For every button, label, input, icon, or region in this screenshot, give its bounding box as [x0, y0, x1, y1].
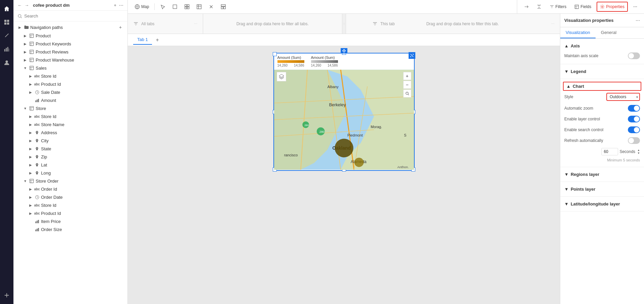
toolbar-delete-btn[interactable]: [206, 2, 217, 12]
sidebar-item-product-warehouse[interactable]: ▶ Product Warehouse: [19, 56, 127, 64]
resize-handle-topleft[interactable]: [273, 52, 277, 56]
all-tabs-filter[interactable]: All tabs ⋯: [128, 14, 203, 34]
toolbar-tile-btn[interactable]: [182, 2, 192, 12]
nav-home[interactable]: [1, 3, 13, 15]
this-tab-filter[interactable]: This tab: [346, 14, 421, 34]
expand-btn[interactable]: [534, 2, 544, 12]
props-regions-header[interactable]: ▼ Regions layer: [560, 170, 644, 179]
sidebar-back-btn[interactable]: ←: [17, 3, 22, 8]
toolbar-select-btn[interactable]: [157, 2, 168, 12]
sidebar-more-btn[interactable]: ⋯: [119, 3, 123, 8]
layer-control-toggle[interactable]: [628, 116, 640, 122]
sidebar-item-product[interactable]: ▶ Product: [19, 32, 127, 40]
chevron-icon: ▶: [28, 187, 33, 191]
props-points-header[interactable]: ▼ Points layer: [560, 185, 644, 194]
sidebar-item-order-size[interactable]: Order Size: [24, 225, 127, 233]
search-btn[interactable]: [403, 89, 411, 98]
sidebar-item-item-price[interactable]: Item Price: [24, 217, 127, 225]
props-search-control-row: Enable search control: [560, 124, 644, 135]
nav-add[interactable]: [1, 289, 13, 301]
props-section-axis: ▲ Axis Maintain axis scale: [560, 39, 644, 64]
sidebar-item-so-store-id[interactable]: ▶ abc Store Id: [24, 201, 127, 209]
tab-1[interactable]: Tab 1: [133, 35, 152, 45]
axis-scale-toggle[interactable]: [628, 52, 640, 59]
fields-btn[interactable]: Fields: [572, 2, 594, 12]
all-tabs-drop-zone[interactable]: Drag and drop data here to filter all ta…: [203, 14, 342, 34]
props-legend-header[interactable]: ▼ Legend: [560, 67, 644, 76]
svg-rect-52: [224, 7, 226, 9]
sidebar-item-lat[interactable]: ▶ Lat: [24, 161, 127, 169]
tab-visualization[interactable]: Visualization: [560, 27, 596, 38]
legend-orange: Amount (Sum) 14,260 14,586: [277, 55, 304, 67]
nav-grid[interactable]: [1, 16, 13, 28]
sidebar-item-order-date[interactable]: ▶ Order Date: [24, 193, 127, 201]
seconds-up-btn[interactable]: ▲: [637, 149, 640, 152]
sidebar-item-product-keywords[interactable]: ▶ Product Keywords: [19, 40, 127, 48]
chevron-icon: ▶: [23, 49, 28, 54]
sidebar-item-store-id[interactable]: ▶ abc Store Id: [24, 72, 127, 80]
refresh-toggle[interactable]: [628, 137, 640, 144]
sidebar-item-city[interactable]: ▶ City: [24, 137, 127, 145]
map-widget[interactable]: Amount (Sum) 14,260 14,586 Amount (Sum): [273, 53, 415, 171]
sidebar-item-sales[interactable]: ▼ Sales: [19, 64, 127, 72]
sidebar-item-amount[interactable]: Amount: [24, 96, 127, 104]
sidebar-item-state[interactable]: ▶ State: [24, 145, 127, 153]
resize-handle-topright[interactable]: [409, 52, 415, 59]
sidebar-item-long[interactable]: ▶ Long: [24, 169, 127, 177]
props-axis-header[interactable]: ▲ Axis: [560, 41, 644, 50]
filter-handle[interactable]: ⋮: [342, 14, 346, 34]
toolbar-layout-btn[interactable]: [218, 2, 229, 12]
sidebar-item-so-product-id[interactable]: ▶ abc Product Id: [24, 209, 127, 217]
zoom-out-btn[interactable]: [521, 2, 531, 12]
props-more-btn[interactable]: ⋯: [636, 18, 640, 23]
sidebar-item-product-reviews[interactable]: ▶ Product Reviews: [19, 48, 127, 56]
legend-section-label: Legend: [571, 69, 586, 74]
props-latlng-header[interactable]: ▼ Latitude/longitude layer: [560, 199, 644, 208]
sidebar-item-address[interactable]: ▶ Address: [24, 128, 127, 137]
nav-edit[interactable]: [1, 30, 13, 42]
search-input[interactable]: [24, 13, 123, 18]
sidebar-item-store-store-id[interactable]: ▶ abc Store Id: [24, 112, 127, 120]
sidebar-item-zip[interactable]: ▶ Zip: [24, 153, 127, 161]
search-control-toggle[interactable]: [628, 126, 640, 133]
more-options-btn[interactable]: ⋯: [631, 2, 640, 12]
nav-user[interactable]: [1, 56, 13, 69]
sidebar-item-store-name[interactable]: ▶ abc Store Name: [24, 120, 127, 128]
sidebar-item-sale-date[interactable]: ▶ Sale Date: [24, 88, 127, 96]
toolbar-resize-btn[interactable]: [194, 2, 204, 12]
seconds-input[interactable]: [601, 148, 618, 155]
filter-more-btn[interactable]: ⋯: [194, 22, 197, 26]
properties-btn[interactable]: Properties: [597, 2, 628, 12]
zoom-in-btn[interactable]: +: [403, 72, 411, 80]
map-layers-btn[interactable]: [277, 72, 286, 81]
chevron-icon: ▶: [28, 146, 33, 151]
autozoom-toggle[interactable]: [628, 105, 640, 112]
map-container[interactable]: Albany Berkeley Piedmont Morag. Oakland …: [274, 69, 414, 170]
add-tab-btn[interactable]: +: [153, 36, 161, 44]
tab-general[interactable]: General: [596, 27, 622, 38]
sidebar-item-store[interactable]: ▼ Store: [19, 104, 127, 112]
toolbar-map-btn[interactable]: Map: [132, 2, 152, 12]
sidebar-forward-btn[interactable]: →: [25, 3, 29, 8]
sidebar-add-btn[interactable]: +: [114, 3, 116, 8]
add-nav-btn[interactable]: +: [117, 24, 123, 30]
sidebar-item-navigation-paths[interactable]: ▶ Navigation paths +: [13, 23, 127, 32]
props-chart-header[interactable]: ▲ Chart: [563, 82, 641, 91]
toolbar-rect-btn[interactable]: [169, 2, 180, 12]
sidebar-item-store-order[interactable]: ▼ Store Order: [19, 177, 127, 185]
svg-point-81: [354, 158, 364, 167]
widget-move-handle[interactable]: [341, 48, 347, 53]
sidebar-item-label: City: [41, 138, 123, 143]
zoom-out-btn[interactable]: −: [403, 81, 411, 89]
filters-btn[interactable]: Filters: [547, 2, 569, 12]
seconds-down-btn[interactable]: ▼: [637, 152, 640, 155]
map-canvas[interactable]: Amount (Sum) 14,260 14,586 Amount (Sum): [128, 46, 560, 304]
sidebar-item-product-id[interactable]: ▶ abc Product Id: [24, 80, 127, 88]
style-select[interactable]: Outdoors Streets Satellite Light Dark: [606, 93, 640, 101]
this-tab-more-btn[interactable]: ⋯: [551, 22, 555, 26]
chevron-icon: ▶: [23, 33, 28, 38]
nav-chart[interactable]: [1, 43, 13, 55]
this-tab-drop-zone[interactable]: Drag and drop data here to filter this t…: [421, 14, 560, 34]
sidebar-item-order-id[interactable]: ▶ abc Order Id: [24, 185, 127, 193]
chevron-icon: ▶: [28, 90, 33, 94]
